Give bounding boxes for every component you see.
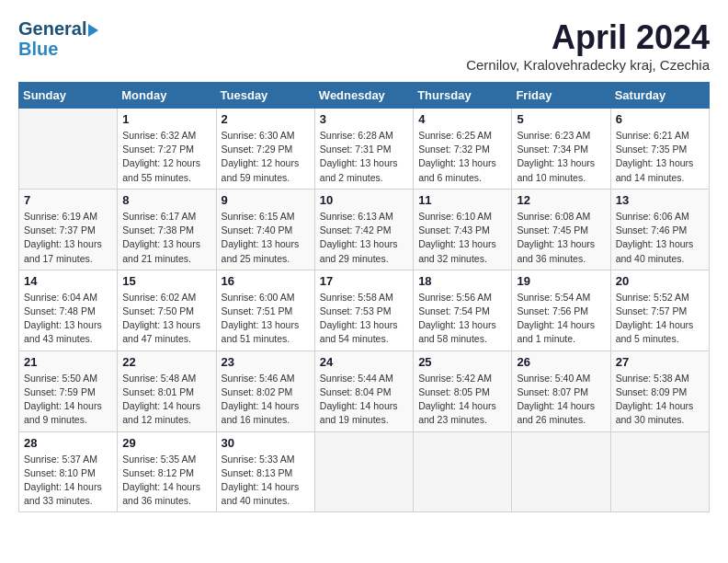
calendar-header-wednesday: Wednesday [314,83,413,109]
logo: General Blue [18,18,98,59]
day-number: 12 [517,193,605,207]
day-info: Sunrise: 5:33 AM Sunset: 8:13 PM Dayligh… [222,453,310,509]
calendar-header-friday: Friday [512,83,610,109]
calendar-cell: 10Sunrise: 6:13 AM Sunset: 7:42 PM Dayli… [314,189,413,270]
day-number: 24 [320,355,408,369]
day-number: 26 [517,355,605,369]
calendar-cell: 30Sunrise: 5:33 AM Sunset: 8:13 PM Dayli… [216,431,314,512]
day-info: Sunrise: 6:32 AM Sunset: 7:27 PM Dayligh… [122,129,210,185]
calendar-cell: 9Sunrise: 6:15 AM Sunset: 7:40 PM Daylig… [216,189,314,270]
calendar-cell: 28Sunrise: 5:37 AM Sunset: 8:10 PM Dayli… [19,431,118,512]
day-info: Sunrise: 6:23 AM Sunset: 7:34 PM Dayligh… [517,129,605,185]
title-section: April 2024 Cernilov, Kralovehradecky kra… [466,18,710,73]
calendar-cell: 11Sunrise: 6:10 AM Sunset: 7:43 PM Dayli… [414,189,512,270]
calendar-cell: 15Sunrise: 6:02 AM Sunset: 7:50 PM Dayli… [118,270,216,350]
day-info: Sunrise: 6:30 AM Sunset: 7:29 PM Dayligh… [222,129,310,185]
calendar-subtitle: Cernilov, Kralovehradecky kraj, Czechia [466,57,710,73]
calendar-header-thursday: Thursday [414,83,512,109]
day-number: 19 [517,274,605,288]
calendar-cell [414,431,512,512]
week-row-2: 7Sunrise: 6:19 AM Sunset: 7:37 PM Daylig… [19,189,710,270]
day-info: Sunrise: 5:48 AM Sunset: 8:01 PM Dayligh… [122,372,210,428]
calendar-cell: 26Sunrise: 5:40 AM Sunset: 8:07 PM Dayli… [512,350,610,431]
calendar-cell: 19Sunrise: 5:54 AM Sunset: 7:56 PM Dayli… [512,270,610,350]
day-info: Sunrise: 5:46 AM Sunset: 8:02 PM Dayligh… [222,372,310,428]
day-number: 4 [418,112,506,126]
calendar-cell [610,431,709,512]
day-number: 3 [320,112,408,126]
day-info: Sunrise: 6:15 AM Sunset: 7:40 PM Dayligh… [222,210,310,266]
day-info: Sunrise: 6:13 AM Sunset: 7:42 PM Dayligh… [320,210,408,266]
calendar-header-sunday: Sunday [19,83,118,109]
calendar-cell [314,431,413,512]
day-info: Sunrise: 6:21 AM Sunset: 7:35 PM Dayligh… [616,129,704,185]
calendar-cell: 18Sunrise: 5:56 AM Sunset: 7:54 PM Dayli… [414,270,512,350]
day-info: Sunrise: 6:10 AM Sunset: 7:43 PM Dayligh… [418,210,506,266]
calendar-cell: 2Sunrise: 6:30 AM Sunset: 7:29 PM Daylig… [216,109,314,190]
day-info: Sunrise: 6:04 AM Sunset: 7:48 PM Dayligh… [24,291,112,347]
day-info: Sunrise: 5:50 AM Sunset: 7:59 PM Dayligh… [24,372,112,428]
calendar-header-saturday: Saturday [610,83,709,109]
day-number: 15 [122,274,210,288]
day-number: 21 [24,355,112,369]
day-number: 8 [122,193,210,207]
week-row-4: 21Sunrise: 5:50 AM Sunset: 7:59 PM Dayli… [19,350,710,431]
day-info: Sunrise: 6:19 AM Sunset: 7:37 PM Dayligh… [24,210,112,266]
day-number: 5 [517,112,605,126]
day-number: 17 [320,274,408,288]
day-info: Sunrise: 6:25 AM Sunset: 7:32 PM Dayligh… [418,129,506,185]
week-row-3: 14Sunrise: 6:04 AM Sunset: 7:48 PM Dayli… [19,270,710,350]
day-number: 23 [222,355,310,369]
logo-blue: Blue [18,39,98,59]
calendar-cell: 13Sunrise: 6:06 AM Sunset: 7:46 PM Dayli… [610,189,709,270]
calendar-header-row: SundayMondayTuesdayWednesdayThursdayFrid… [19,83,710,109]
calendar-cell: 22Sunrise: 5:48 AM Sunset: 8:01 PM Dayli… [118,350,216,431]
calendar-cell: 29Sunrise: 5:35 AM Sunset: 8:12 PM Dayli… [118,431,216,512]
day-info: Sunrise: 5:40 AM Sunset: 8:07 PM Dayligh… [517,372,605,428]
day-number: 6 [616,112,704,126]
day-info: Sunrise: 5:44 AM Sunset: 8:04 PM Dayligh… [320,372,408,428]
calendar-cell: 17Sunrise: 5:58 AM Sunset: 7:53 PM Dayli… [314,270,413,350]
day-number: 30 [222,436,310,450]
calendar-header-monday: Monday [118,83,216,109]
calendar-header-tuesday: Tuesday [216,83,314,109]
calendar-cell: 7Sunrise: 6:19 AM Sunset: 7:37 PM Daylig… [19,189,118,270]
calendar-cell: 6Sunrise: 6:21 AM Sunset: 7:35 PM Daylig… [610,109,709,190]
day-info: Sunrise: 5:54 AM Sunset: 7:56 PM Dayligh… [517,291,605,347]
calendar-cell: 1Sunrise: 6:32 AM Sunset: 7:27 PM Daylig… [118,109,216,190]
day-number: 29 [122,436,210,450]
day-number: 7 [24,193,112,207]
calendar-cell: 16Sunrise: 6:00 AM Sunset: 7:51 PM Dayli… [216,270,314,350]
day-number: 20 [616,274,704,288]
calendar-cell: 23Sunrise: 5:46 AM Sunset: 8:02 PM Dayli… [216,350,314,431]
day-number: 28 [24,436,112,450]
day-info: Sunrise: 6:06 AM Sunset: 7:46 PM Dayligh… [616,210,704,266]
day-info: Sunrise: 5:35 AM Sunset: 8:12 PM Dayligh… [122,453,210,509]
calendar-cell: 25Sunrise: 5:42 AM Sunset: 8:05 PM Dayli… [414,350,512,431]
calendar-cell [512,431,610,512]
calendar-cell: 5Sunrise: 6:23 AM Sunset: 7:34 PM Daylig… [512,109,610,190]
day-number: 9 [222,193,310,207]
calendar-cell: 21Sunrise: 5:50 AM Sunset: 7:59 PM Dayli… [19,350,118,431]
day-info: Sunrise: 5:37 AM Sunset: 8:10 PM Dayligh… [24,453,112,509]
day-number: 10 [320,193,408,207]
day-info: Sunrise: 6:08 AM Sunset: 7:45 PM Dayligh… [517,210,605,266]
day-info: Sunrise: 6:00 AM Sunset: 7:51 PM Dayligh… [222,291,310,347]
week-row-1: 1Sunrise: 6:32 AM Sunset: 7:27 PM Daylig… [19,109,710,190]
calendar-cell [19,109,118,190]
logo-general: General [18,18,86,39]
day-info: Sunrise: 6:02 AM Sunset: 7:50 PM Dayligh… [122,291,210,347]
calendar-table: SundayMondayTuesdayWednesdayThursdayFrid… [18,82,710,512]
calendar-cell: 24Sunrise: 5:44 AM Sunset: 8:04 PM Dayli… [314,350,413,431]
calendar-cell: 8Sunrise: 6:17 AM Sunset: 7:38 PM Daylig… [118,189,216,270]
calendar-title: April 2024 [466,18,710,57]
calendar-cell: 14Sunrise: 6:04 AM Sunset: 7:48 PM Dayli… [19,270,118,350]
day-number: 27 [616,355,704,369]
calendar-cell: 27Sunrise: 5:38 AM Sunset: 8:09 PM Dayli… [610,350,709,431]
day-info: Sunrise: 5:52 AM Sunset: 7:57 PM Dayligh… [616,291,704,347]
day-number: 16 [222,274,310,288]
day-number: 25 [418,355,506,369]
calendar-cell: 20Sunrise: 5:52 AM Sunset: 7:57 PM Dayli… [610,270,709,350]
calendar-cell: 4Sunrise: 6:25 AM Sunset: 7:32 PM Daylig… [414,109,512,190]
day-number: 11 [418,193,506,207]
